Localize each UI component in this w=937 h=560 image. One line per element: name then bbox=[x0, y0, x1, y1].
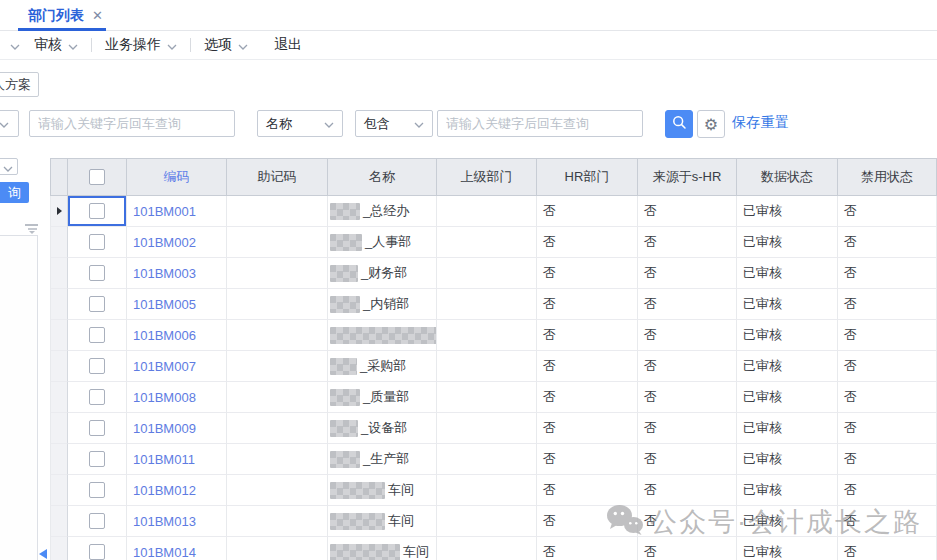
menu-item-exit[interactable]: 退出 bbox=[274, 36, 302, 54]
cell-source: 否 bbox=[638, 537, 737, 560]
close-icon[interactable]: ✕ bbox=[92, 8, 103, 23]
row-checkbox[interactable] bbox=[89, 358, 105, 374]
row-checkbox[interactable] bbox=[89, 203, 105, 219]
cell-code[interactable]: 101BM006 bbox=[127, 320, 227, 351]
tab-department-list[interactable]: 部门列表 ✕ bbox=[18, 0, 113, 31]
cell-mnemonic bbox=[227, 289, 328, 320]
column-header-disabled[interactable]: 禁用状态 bbox=[838, 158, 937, 196]
cell-hr: 否 bbox=[537, 320, 638, 351]
cell-name: _总经办 bbox=[328, 196, 437, 227]
tab-title: 部门列表 bbox=[28, 7, 84, 25]
cell-code[interactable]: 101BM012 bbox=[127, 475, 227, 506]
row-checkbox[interactable] bbox=[89, 482, 105, 498]
cell-code[interactable]: 101BM013 bbox=[127, 506, 227, 537]
column-header-parent[interactable]: 上级部门 bbox=[437, 158, 537, 196]
cell-hr: 否 bbox=[537, 475, 638, 506]
cell-hr: 否 bbox=[537, 227, 638, 258]
row-checkbox-cell[interactable] bbox=[68, 289, 127, 320]
cell-mnemonic bbox=[227, 227, 328, 258]
reset-link[interactable]: 重置 bbox=[761, 114, 789, 132]
row-checkbox[interactable] bbox=[89, 296, 105, 312]
cell-code[interactable]: 101BM003 bbox=[127, 258, 227, 289]
cell-code[interactable]: 101BM009 bbox=[127, 413, 227, 444]
cell-disabled: 否 bbox=[838, 444, 937, 475]
menu-divider bbox=[91, 38, 92, 52]
settings-button[interactable]: ⚙ bbox=[697, 110, 725, 138]
cell-code[interactable]: 101BM008 bbox=[127, 382, 227, 413]
redacted-blur bbox=[330, 482, 385, 499]
cell-parent bbox=[437, 413, 537, 444]
cell-parent bbox=[437, 382, 537, 413]
query-button[interactable]: 询 bbox=[0, 182, 29, 203]
row-checkbox[interactable] bbox=[89, 389, 105, 405]
cell-hr: 否 bbox=[537, 196, 638, 227]
row-checkbox[interactable] bbox=[89, 234, 105, 250]
menu-item-collapsed[interactable] bbox=[4, 37, 20, 53]
cell-name: _人事部 bbox=[328, 227, 437, 258]
column-header-name[interactable]: 名称 bbox=[328, 158, 437, 196]
column-header-source[interactable]: 来源于s-HR bbox=[638, 158, 737, 196]
cell-code[interactable]: 101BM002 bbox=[127, 227, 227, 258]
row-checkbox-cell[interactable] bbox=[68, 475, 127, 506]
cell-name: 车间 bbox=[328, 506, 437, 537]
row-checkbox-cell[interactable] bbox=[68, 506, 127, 537]
cell-status: 已审核 bbox=[737, 475, 838, 506]
redacted-blur bbox=[330, 389, 360, 406]
cell-disabled: 否 bbox=[838, 351, 937, 382]
menu-item-options[interactable]: 选项 bbox=[204, 36, 248, 54]
splitter-collapse-handle[interactable] bbox=[25, 224, 39, 234]
cell-source: 否 bbox=[638, 289, 737, 320]
filter-field-select[interactable]: 名称 bbox=[257, 110, 343, 137]
column-header-hr[interactable]: HR部门 bbox=[537, 158, 638, 196]
menu-item-audit[interactable]: 审核 bbox=[34, 36, 78, 54]
row-checkbox-cell[interactable] bbox=[68, 382, 127, 413]
row-checkbox[interactable] bbox=[89, 451, 105, 467]
keyword-search-input[interactable] bbox=[29, 110, 235, 137]
row-checkbox[interactable] bbox=[89, 327, 105, 343]
column-header-mnemonic[interactable]: 助记码 bbox=[227, 158, 328, 196]
cell-status: 已审核 bbox=[737, 506, 838, 537]
row-checkbox[interactable] bbox=[89, 420, 105, 436]
select-all-checkbox[interactable] bbox=[89, 169, 105, 185]
menu-bar: 审核 业务操作 选项 退出 bbox=[0, 31, 937, 60]
row-checkbox-cell[interactable] bbox=[68, 196, 127, 227]
row-checkbox[interactable] bbox=[89, 544, 105, 560]
cell-code[interactable]: 101BM001 bbox=[127, 196, 227, 227]
row-checkbox[interactable] bbox=[89, 513, 105, 529]
cell-mnemonic bbox=[227, 258, 328, 289]
menu-item-business-ops[interactable]: 业务操作 bbox=[105, 36, 177, 54]
select-all-header[interactable] bbox=[68, 158, 127, 196]
cell-disabled: 否 bbox=[838, 289, 937, 320]
cell-code[interactable]: 101BM007 bbox=[127, 351, 227, 382]
cell-mnemonic bbox=[227, 320, 328, 351]
row-checkbox[interactable] bbox=[89, 265, 105, 281]
row-checkbox-cell[interactable] bbox=[68, 444, 127, 475]
cell-hr: 否 bbox=[537, 382, 638, 413]
row-checkbox-cell[interactable] bbox=[68, 537, 127, 560]
row-checkbox-cell[interactable] bbox=[68, 227, 127, 258]
cell-source: 否 bbox=[638, 258, 737, 289]
filter-value-input[interactable] bbox=[437, 110, 643, 137]
row-checkbox-cell[interactable] bbox=[68, 258, 127, 289]
row-checkbox-cell[interactable] bbox=[68, 413, 127, 444]
redacted-blur bbox=[330, 420, 358, 437]
cell-status: 已审核 bbox=[737, 320, 838, 351]
panel-collapse-arrow-icon[interactable] bbox=[39, 549, 47, 559]
current-row-arrow-icon bbox=[57, 207, 62, 215]
cell-name: _内销部 bbox=[328, 289, 437, 320]
cell-code[interactable]: 101BM014 bbox=[127, 537, 227, 560]
filter-left-select[interactable] bbox=[0, 110, 19, 137]
cell-hr: 否 bbox=[537, 351, 638, 382]
left-mini-select[interactable] bbox=[0, 158, 18, 175]
cell-code[interactable]: 101BM011 bbox=[127, 444, 227, 475]
cell-code[interactable]: 101BM005 bbox=[127, 289, 227, 320]
search-button[interactable] bbox=[665, 110, 693, 138]
row-checkbox-cell[interactable] bbox=[68, 320, 127, 351]
column-header-code[interactable]: 编码 bbox=[127, 158, 227, 196]
filter-operator-select[interactable]: 包含 bbox=[355, 110, 433, 137]
redacted-blur bbox=[330, 358, 357, 375]
scheme-button[interactable]: 人方案 bbox=[0, 72, 39, 97]
column-header-status[interactable]: 数据状态 bbox=[737, 158, 838, 196]
save-link[interactable]: 保存 bbox=[732, 114, 760, 132]
row-checkbox-cell[interactable] bbox=[68, 351, 127, 382]
